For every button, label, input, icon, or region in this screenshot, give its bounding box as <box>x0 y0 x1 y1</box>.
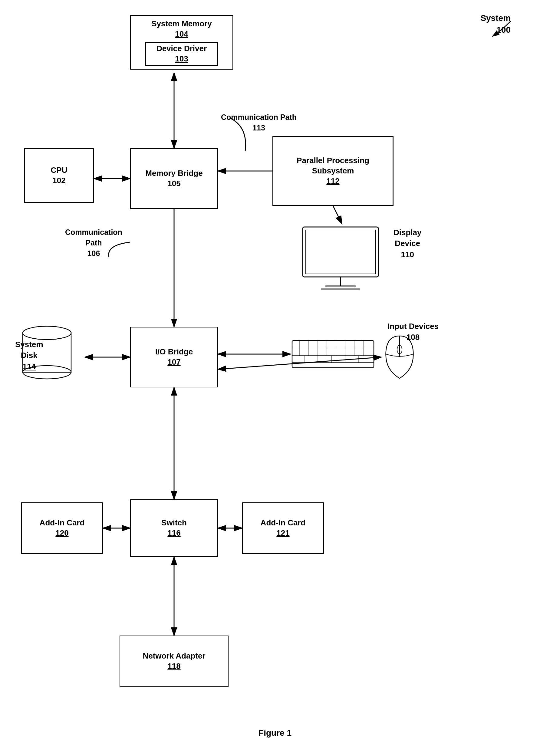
svg-rect-5 <box>292 340 374 368</box>
add-in-card-121-label: Add-In Card121 <box>261 518 306 538</box>
svg-rect-0 <box>303 227 378 277</box>
memory-bridge-box: Memory Bridge105 <box>130 148 218 209</box>
switch-label: Switch116 <box>161 518 187 538</box>
cpu-label: CPU102 <box>51 165 68 186</box>
add-in-card-121-box: Add-In Card121 <box>242 502 324 554</box>
monitor-icon <box>300 224 381 294</box>
system-100-arrow <box>465 12 526 48</box>
system-disk-icon <box>17 321 77 381</box>
mouse-icon <box>381 333 418 381</box>
svg-line-41 <box>333 206 342 224</box>
network-adapter-label: Network Adapter118 <box>143 651 205 672</box>
figure-label: Figure 1 <box>259 728 291 738</box>
network-adapter-box: Network Adapter118 <box>120 636 229 687</box>
svg-rect-1 <box>306 230 375 274</box>
add-in-card-120-box: Add-In Card120 <box>21 502 103 554</box>
device-driver-label: Device Driver103 <box>156 44 207 64</box>
parallel-processing-label: Parallel ProcessingSubsystem112 <box>297 156 369 186</box>
switch-box: Switch116 <box>130 499 218 557</box>
comm-path-113-label: Communication Path113 <box>221 112 297 133</box>
display-device-label: DisplayDevice110 <box>394 227 422 260</box>
add-in-card-120-label: Add-In Card120 <box>40 518 85 538</box>
comm-path-106-label: CommunicationPath106 <box>65 227 122 259</box>
system-memory-label: System Memory104 <box>151 19 212 39</box>
parallel-processing-box: Parallel ProcessingSubsystem112 <box>272 136 394 206</box>
device-driver-box: Device Driver103 <box>145 42 218 66</box>
svg-point-33 <box>23 326 71 340</box>
diagram-container: System100 System Memory104 Device Driver… <box>0 0 550 756</box>
io-bridge-label: I/O Bridge107 <box>155 347 193 367</box>
memory-bridge-label: Memory Bridge105 <box>145 168 203 189</box>
io-bridge-box: I/O Bridge107 <box>130 327 218 387</box>
system-memory-box: System Memory104 Device Driver103 <box>130 15 233 70</box>
keyboard-icon <box>291 339 375 369</box>
cpu-box: CPU102 <box>24 148 94 203</box>
